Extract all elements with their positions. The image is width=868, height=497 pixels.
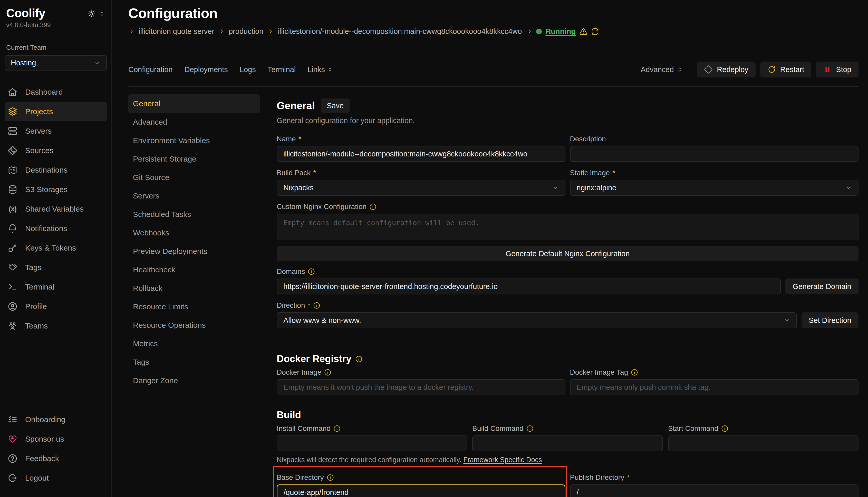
status-running-link[interactable]: Running — [546, 27, 576, 36]
subnav-item-resource-operations[interactable]: Resource Operations — [128, 316, 260, 335]
subnav-item-tags[interactable]: Tags — [128, 353, 260, 371]
subnav-item-preview-deployments[interactable]: Preview Deployments — [128, 242, 260, 260]
sidebar-item-shared-variables[interactable]: (x) Shared Variables — [5, 199, 107, 219]
home-icon — [8, 87, 17, 97]
framework-docs-link[interactable]: Framework Specific Docs — [463, 456, 542, 464]
base-directory-input[interactable] — [277, 484, 565, 497]
info-icon[interactable] — [721, 425, 729, 432]
tab-label: Links — [307, 66, 325, 74]
subnav-item-webhooks[interactable]: Webhooks — [128, 224, 260, 242]
tab-links[interactable]: Links — [307, 66, 333, 74]
subnav-item-metrics[interactable]: Metrics — [128, 335, 260, 353]
name-label: Name* — [277, 134, 565, 143]
domains-input[interactable] — [277, 279, 781, 294]
docker-image-input[interactable] — [277, 379, 565, 395]
subnav-item-scheduled-tasks[interactable]: Scheduled Tasks — [128, 205, 260, 224]
custom-nginx-textarea[interactable] — [277, 214, 858, 240]
refresh-status-icon[interactable] — [591, 27, 599, 36]
tab-deployments[interactable]: Deployments — [184, 66, 228, 74]
tab-terminal[interactable]: Terminal — [268, 66, 296, 74]
sidebar-footer-item-sponsor-us[interactable]: Sponsor us — [5, 429, 107, 449]
git-source-icon — [8, 146, 17, 155]
subnav-item-danger-zone[interactable]: Danger Zone — [128, 371, 260, 390]
subnav-item-environment-variables[interactable]: Environment Variables — [128, 131, 260, 150]
sidebar-item-sources[interactable]: Sources — [5, 141, 107, 160]
sidebar-item-servers[interactable]: Servers — [5, 121, 107, 141]
info-icon[interactable] — [313, 302, 320, 309]
publish-directory-input[interactable] — [570, 484, 859, 497]
generate-domain-button[interactable]: Generate Domain — [785, 279, 858, 294]
subnav-item-label: Resource Operations — [133, 321, 206, 329]
info-icon[interactable] — [327, 474, 334, 481]
app-version: v4.0.0-beta.399 — [5, 21, 107, 29]
subnav-item-resource-limits[interactable]: Resource Limits — [128, 297, 260, 316]
sidebar-item-dashboard[interactable]: Dashboard — [5, 82, 107, 102]
subnav-item-label: Tags — [133, 358, 149, 367]
info-icon[interactable] — [355, 355, 363, 363]
sidebar-item-notifications[interactable]: Notifications — [5, 219, 107, 238]
docker-image-tag-input[interactable] — [570, 379, 859, 395]
theme-sun-icon[interactable] — [87, 10, 95, 18]
sidebar-item-label: Profile — [25, 302, 47, 311]
sidebar-item-label: Onboarding — [25, 415, 66, 424]
sidebar-item-projects[interactable]: Projects — [5, 102, 107, 121]
set-direction-button[interactable]: Set Direction — [801, 312, 858, 328]
stop-button[interactable]: Stop — [816, 61, 858, 77]
sidebar-item-teams[interactable]: Teams — [5, 316, 107, 336]
subnav-item-label: Preview Deployments — [133, 247, 207, 256]
restart-button[interactable]: Restart — [760, 61, 811, 77]
info-icon[interactable] — [307, 268, 315, 275]
subnav-item-label: Persistent Storage — [133, 155, 196, 164]
team-select[interactable]: Hosting — [5, 55, 107, 71]
build-pack-select[interactable]: Nixpacks — [277, 180, 565, 196]
sidebar-item-destinations[interactable]: Destinations — [5, 160, 107, 180]
install-command-input[interactable] — [277, 436, 467, 451]
info-icon[interactable] — [526, 425, 534, 432]
sidebar-item-tags[interactable]: Tags — [5, 258, 107, 277]
chevron-down-icon — [94, 60, 101, 67]
save-button[interactable]: Save — [320, 98, 350, 113]
redeploy-button[interactable]: Redeploy — [697, 61, 756, 77]
info-icon[interactable] — [324, 369, 332, 376]
theme-selector-chevrons-icon[interactable] — [99, 11, 105, 17]
breadcrumb-item-label: production — [229, 27, 263, 36]
warning-icon[interactable] — [579, 27, 588, 36]
subnav-item-general[interactable]: General — [128, 94, 260, 113]
sidebar-footer-item-feedback[interactable]: Feedback — [5, 449, 107, 468]
sidebar-item-terminal[interactable]: Terminal — [5, 277, 107, 297]
subnav-item-servers[interactable]: Servers — [128, 187, 260, 205]
breadcrumb-item-illicitestonion-module-decomposition-mai[interactable]: illicitestonion/-module--decomposition:m… — [267, 27, 522, 36]
sidebar-item-keys-tokens[interactable]: Keys & Tokens — [5, 238, 107, 258]
direction-select[interactable]: Allow www & non-www. — [277, 312, 797, 328]
tab-configuration[interactable]: Configuration — [128, 66, 173, 74]
advanced-dropdown[interactable]: Advanced — [640, 66, 683, 74]
build-command-input[interactable] — [472, 436, 663, 451]
tab-logs[interactable]: Logs — [240, 66, 256, 74]
info-icon[interactable] — [333, 425, 341, 432]
info-icon[interactable] — [631, 369, 638, 376]
breadcrumb-item-production[interactable]: production — [218, 27, 263, 36]
subnav-item-git-source[interactable]: Git Source — [128, 168, 260, 187]
static-image-select[interactable]: nginx:alpine — [570, 180, 859, 196]
subnav-item-advanced[interactable]: Advanced — [128, 113, 260, 131]
subnav-item-persistent-storage[interactable]: Persistent Storage — [128, 150, 260, 168]
description-input[interactable] — [570, 146, 859, 162]
subnav-item-rollback[interactable]: Rollback — [128, 279, 260, 297]
sidebar-footer-item-logout[interactable]: Logout — [5, 468, 107, 488]
map-icon — [8, 165, 17, 175]
terminal-icon — [8, 282, 17, 292]
breadcrumb-item-label: illicitestonion/-module--decomposition:m… — [278, 27, 522, 36]
sidebar-footer-item-onboarding[interactable]: Onboarding — [5, 410, 107, 429]
required-asterisk: * — [299, 135, 301, 143]
name-input[interactable] — [277, 146, 565, 162]
info-icon[interactable] — [369, 203, 377, 211]
start-command-input[interactable] — [668, 436, 858, 451]
sidebar-item-s3-storages[interactable]: S3 Storages — [5, 180, 107, 199]
name-field-group: Name* — [277, 134, 565, 162]
sidebar-item-profile[interactable]: Profile — [5, 297, 107, 316]
tab-label: Logs — [240, 66, 256, 74]
breadcrumb-item-illicitonion-quote-server[interactable]: illicitonion quote server — [128, 27, 214, 36]
brand-row: Coolify — [5, 7, 107, 20]
generate-nginx-button[interactable]: Generate Default Nginx Configuration — [277, 246, 858, 261]
subnav-item-healthcheck[interactable]: Healthcheck — [128, 260, 260, 279]
